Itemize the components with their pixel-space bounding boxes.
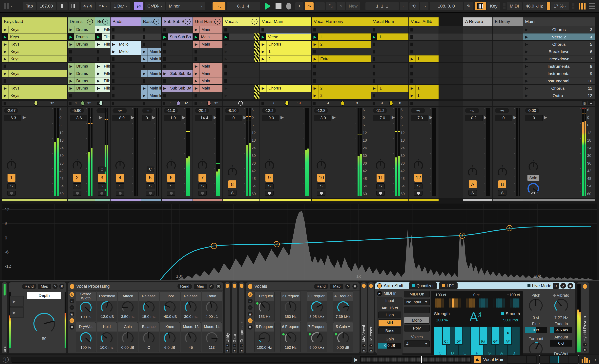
fader-triangle-icon[interactable]: ▶: [23, 115, 26, 120]
new-midi-recording-button[interactable]: +: [295, 2, 303, 10]
band-bass-button[interactable]: Bass: [378, 327, 401, 334]
chevron-down-icon[interactable]: ▾: [595, 358, 596, 362]
clip-slot[interactable]: ▶Keys: [2, 92, 67, 99]
refresh-icon[interactable]: ⟳: [583, 343, 587, 347]
strength-value[interactable]: 100 %: [434, 318, 450, 322]
midi-map-mode-button[interactable]: MIDI: [507, 2, 522, 10]
key-c[interactable]: C#: [442, 327, 450, 345]
group-slot-button[interactable]: ▶: [223, 85, 229, 92]
device-on-button[interactable]: [377, 283, 382, 288]
save-icon[interactable]: ▣: [233, 348, 236, 352]
clip-stop-square[interactable]: [112, 65, 115, 68]
return-slot[interactable]: [463, 55, 493, 62]
clip-slot[interactable]: [312, 48, 371, 55]
clip-slot[interactable]: ▶1: [312, 34, 371, 40]
peak-level-display[interactable]: -∞: [113, 108, 127, 113]
clip-slot[interactable]: ▶: [223, 48, 259, 55]
return-slot[interactable]: [493, 41, 523, 48]
midi-in-icon[interactable]: ▶: [377, 291, 382, 296]
clip-slot[interactable]: ▶Extra: [312, 55, 371, 62]
macro-knob[interactable]: [336, 301, 350, 314]
clip-launch-button[interactable]: ▶: [141, 55, 148, 62]
volume-field[interactable]: -9.0: [262, 115, 279, 121]
clip-stop-square[interactable]: [410, 35, 413, 39]
pan-knob[interactable]: ▼: [227, 165, 238, 179]
return-slot[interactable]: [463, 63, 493, 70]
clip-stop-square[interactable]: [112, 28, 115, 32]
track-number-button[interactable]: 7: [198, 174, 206, 182]
return-slot[interactable]: [463, 26, 493, 33]
clip-launch-icon[interactable]: [474, 356, 481, 363]
clip-stop-square[interactable]: [97, 57, 99, 61]
clip-slot[interactable]: ▶Main: [193, 26, 222, 33]
clip-slot[interactable]: [260, 78, 311, 84]
clip-launch-button[interactable]: ▶: [193, 26, 200, 33]
clip-stop-square[interactable]: [373, 43, 375, 46]
arm-button[interactable]: [317, 191, 326, 196]
clip-slot[interactable]: [141, 63, 161, 70]
clip-stop-square[interactable]: [143, 79, 145, 83]
remove-macro-icon[interactable]: −: [70, 305, 74, 310]
refresh-icon[interactable]: ⟳: [240, 344, 243, 347]
macro-value[interactable]: 3.98 kHz: [309, 314, 324, 320]
track-stop-row[interactable]: [409, 101, 439, 106]
save-icon[interactable]: ▣: [369, 348, 373, 352]
clip-stop-square[interactable]: [410, 65, 413, 68]
quantize-menu[interactable]: 1 Bar▾: [111, 2, 130, 10]
macro-knob[interactable]: [258, 331, 271, 345]
macro-name[interactable]: Attack: [118, 292, 138, 301]
macro-name[interactable]: 5 Frequen: [255, 322, 274, 331]
macro-value[interactable]: 5.00 kHz: [309, 345, 324, 351]
input-routing-menu[interactable]: No Input▼: [404, 299, 430, 305]
volume-field[interactable]: 0.2: [465, 115, 483, 121]
macro-value[interactable]: -40.0 dB: [163, 314, 177, 320]
macro-name[interactable]: Hold: [97, 322, 117, 331]
clip-slot[interactable]: ▶Main lin: [141, 48, 161, 55]
clip-stop-square[interactable]: [112, 94, 115, 97]
clip-slot[interactable]: ▶Keys: [2, 70, 67, 77]
stop-all-square[interactable]: [163, 102, 165, 105]
clip-stop-square[interactable]: [373, 65, 375, 68]
time-signature-field[interactable]: 4 / 4: [81, 2, 95, 10]
smooth-value[interactable]: 50.0 ms: [501, 318, 520, 322]
peak-level-display[interactable]: -12.8: [314, 108, 328, 113]
save-icon[interactable]: ▣: [583, 348, 587, 352]
clip-stop-square[interactable]: [224, 72, 227, 76]
clip-slot[interactable]: ▶: [223, 55, 259, 62]
peak-level-display[interactable]: -∞: [465, 108, 479, 113]
clip-slot[interactable]: [223, 26, 259, 33]
scene-play-icon[interactable]: ▶: [525, 94, 528, 97]
stop-all-clips-button[interactable]: ▦: [582, 101, 587, 105]
info-icon[interactable]: i: [3, 357, 9, 363]
root-note-menu[interactable]: C♯/D♭▾: [145, 2, 165, 10]
clip-stop-square[interactable]: [373, 72, 375, 76]
macro-knob[interactable]: [205, 301, 218, 314]
clip-launch-button[interactable]: ▶: [260, 55, 267, 62]
volume-field[interactable]: -14.4: [195, 115, 212, 121]
clip-stop-square[interactable]: [69, 50, 72, 53]
clip-slot[interactable]: [2, 78, 67, 84]
clip-slot[interactable]: ▶Main: [193, 70, 222, 77]
clip-stop-square[interactable]: [194, 50, 197, 53]
clip-slot[interactable]: ▶2: [260, 55, 311, 62]
voices-menu[interactable]: 4▼: [404, 340, 430, 347]
scene-instrumental-10[interactable]: ▶Instrumental10: [523, 78, 595, 84]
device-chain-thumbnail[interactable]: [507, 355, 537, 364]
macro-name[interactable]: Dry/Wet: [76, 322, 96, 331]
scene-play-icon[interactable]: ▶: [525, 35, 528, 39]
pan-center-button[interactable]: C: [147, 166, 154, 172]
macro-knob[interactable]: [142, 301, 155, 314]
peak-level-display[interactable]: -11.2: [373, 108, 387, 113]
chain-list-icon[interactable]: ≣: [248, 325, 253, 329]
device-title[interactable]: Auto Shift: [384, 283, 404, 288]
save-icon[interactable]: ▣: [59, 284, 64, 289]
peak-level-display[interactable]: -∞: [142, 108, 152, 113]
stop-all-square[interactable]: [373, 102, 375, 105]
device-title[interactable]: Vocal Processing: [76, 284, 176, 289]
volume-field[interactable]: -7.0: [411, 115, 428, 121]
clip-slot[interactable]: [2, 63, 67, 70]
track-stop-row[interactable]: 132: [2, 101, 67, 106]
clip-slot[interactable]: ▶1: [409, 55, 439, 62]
clip-slot[interactable]: [111, 92, 141, 99]
device-area-divider[interactable]: [0, 280, 599, 281]
